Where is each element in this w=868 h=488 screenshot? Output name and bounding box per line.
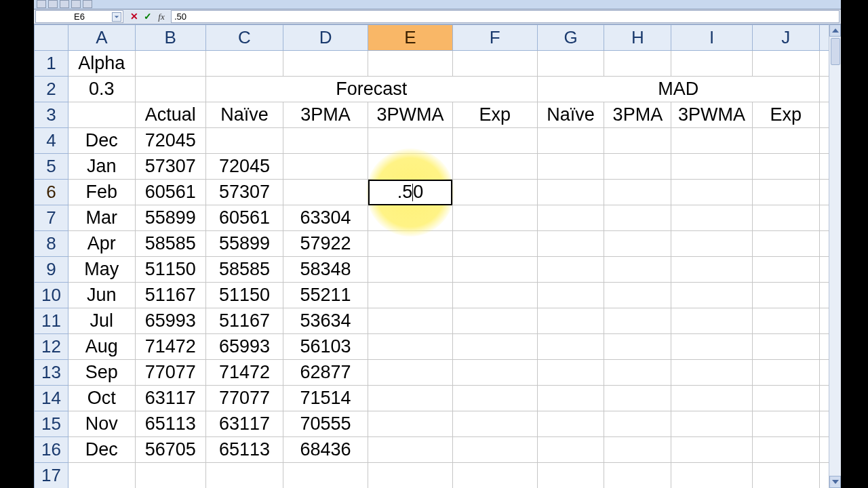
column-header-I[interactable]: I — [671, 25, 753, 51]
cell-actual[interactable]: 63117 — [135, 386, 205, 411]
cell[interactable] — [752, 283, 819, 308]
insert-function-button[interactable]: fx — [156, 12, 167, 22]
cell[interactable] — [452, 51, 537, 77]
cell[interactable] — [537, 231, 604, 257]
vertical-scrollbar[interactable] — [829, 24, 841, 488]
cell[interactable] — [604, 51, 671, 77]
cell-3pwma[interactable] — [368, 283, 453, 308]
cell[interactable] — [135, 77, 205, 102]
cell-naive[interactable]: 51150 — [205, 283, 283, 308]
cell-3pwma[interactable] — [368, 386, 453, 411]
cell-actual[interactable]: 60561 — [135, 180, 205, 205]
cell-month[interactable]: Feb — [68, 180, 135, 205]
cell[interactable] — [752, 334, 819, 360]
cell[interactable] — [604, 386, 671, 411]
cell[interactable] — [604, 257, 671, 283]
cell[interactable] — [671, 283, 753, 308]
worksheet-grid[interactable]: A B C D E F G H I J 1 Alpha 2 0.3 Foreca… — [34, 24, 841, 488]
cell-3pwma[interactable] — [368, 308, 453, 334]
cell[interactable] — [537, 437, 604, 463]
cell-naive[interactable]: 63117 — [205, 411, 283, 437]
cell[interactable] — [537, 463, 604, 489]
cell-actual[interactable]: 55899 — [135, 205, 205, 231]
cell[interactable] — [537, 205, 604, 231]
cell-naive[interactable]: 77077 — [205, 386, 283, 411]
cell-actual[interactable]: 65113 — [135, 411, 205, 437]
active-cell-editor[interactable]: .50 — [368, 180, 453, 205]
column-header-B[interactable]: B — [135, 25, 205, 51]
row-header-14[interactable]: 14 — [35, 386, 68, 411]
cell-3pwma[interactable] — [368, 154, 453, 180]
cell[interactable] — [604, 360, 671, 386]
cell-exp[interactable] — [452, 360, 537, 386]
cell-3pwma[interactable] — [368, 360, 453, 386]
cell-3pma[interactable]: 63304 — [283, 205, 368, 231]
header-3pwma[interactable]: 3PWMA — [368, 102, 453, 128]
cell-month[interactable]: Apr — [68, 231, 135, 257]
column-header-D[interactable]: D — [283, 25, 368, 51]
cell[interactable] — [68, 102, 135, 128]
row-header-8[interactable]: 8 — [35, 231, 68, 257]
cell-naive[interactable]: 71472 — [205, 360, 283, 386]
cell-3pma[interactable] — [283, 128, 368, 154]
cell[interactable] — [604, 180, 671, 205]
cell-3pma[interactable]: 68436 — [283, 437, 368, 463]
cell[interactable] — [537, 128, 604, 154]
cell-3pwma[interactable] — [368, 411, 453, 437]
cell-3pwma[interactable] — [368, 205, 453, 231]
cell[interactable] — [671, 128, 753, 154]
cell-exp[interactable] — [452, 437, 537, 463]
column-header-H[interactable]: H — [604, 25, 671, 51]
cell-actual[interactable]: 51167 — [135, 283, 205, 308]
cell-A2[interactable]: 0.3 — [68, 77, 135, 102]
cell-A1[interactable]: Alpha — [68, 51, 135, 77]
cell-3pwma[interactable] — [368, 257, 453, 283]
cell-naive[interactable]: 65993 — [205, 334, 283, 360]
cell-3pma[interactable]: 70555 — [283, 411, 368, 437]
cell-month[interactable]: Jun — [68, 283, 135, 308]
cell[interactable] — [671, 205, 753, 231]
cell-month[interactable]: May — [68, 257, 135, 283]
row-header-13[interactable]: 13 — [35, 360, 68, 386]
cell-actual[interactable]: 71472 — [135, 334, 205, 360]
cell[interactable] — [671, 51, 753, 77]
cell[interactable] — [604, 283, 671, 308]
cell[interactable] — [537, 283, 604, 308]
cell[interactable] — [604, 411, 671, 437]
cell[interactable] — [68, 463, 135, 489]
cell-3pma[interactable]: 58348 — [283, 257, 368, 283]
cell-3pma[interactable]: 56103 — [283, 334, 368, 360]
cell-3pma[interactable]: 55211 — [283, 283, 368, 308]
cell[interactable] — [752, 154, 819, 180]
row-header-10[interactable]: 10 — [35, 283, 68, 308]
cell[interactable] — [283, 51, 368, 77]
toolbar-button[interactable] — [83, 0, 92, 8]
cell[interactable] — [752, 411, 819, 437]
row-header-4[interactable]: 4 — [35, 128, 68, 154]
cell-exp[interactable] — [452, 334, 537, 360]
cell[interactable] — [368, 463, 453, 489]
cells-table[interactable]: A B C D E F G H I J 1 Alpha 2 0.3 Foreca… — [34, 24, 841, 488]
cancel-button[interactable]: ✕ — [129, 12, 140, 22]
cell-3pma[interactable]: 62877 — [283, 360, 368, 386]
cell-month[interactable]: Dec — [68, 437, 135, 463]
cell-3pma[interactable]: 53634 — [283, 308, 368, 334]
name-box[interactable]: E6 — [35, 10, 123, 23]
cell-exp[interactable] — [452, 257, 537, 283]
cell-month[interactable]: Jul — [68, 308, 135, 334]
toolbar-button[interactable] — [37, 0, 46, 8]
cell[interactable] — [671, 360, 753, 386]
cell[interactable] — [537, 411, 604, 437]
header-mad-naive[interactable]: Naïve — [537, 102, 604, 128]
cell-actual[interactable]: 57307 — [135, 154, 205, 180]
cell-naive[interactable]: 57307 — [205, 180, 283, 205]
cell[interactable] — [752, 257, 819, 283]
cell[interactable] — [671, 154, 753, 180]
cell[interactable] — [452, 463, 537, 489]
header-naive[interactable]: Naïve — [205, 102, 283, 128]
header-mad-3pma[interactable]: 3PMA — [604, 102, 671, 128]
cell-naive[interactable]: 65113 — [205, 437, 283, 463]
cell-naive[interactable]: 72045 — [205, 154, 283, 180]
cell[interactable] — [752, 463, 819, 489]
column-header-G[interactable]: G — [537, 25, 604, 51]
